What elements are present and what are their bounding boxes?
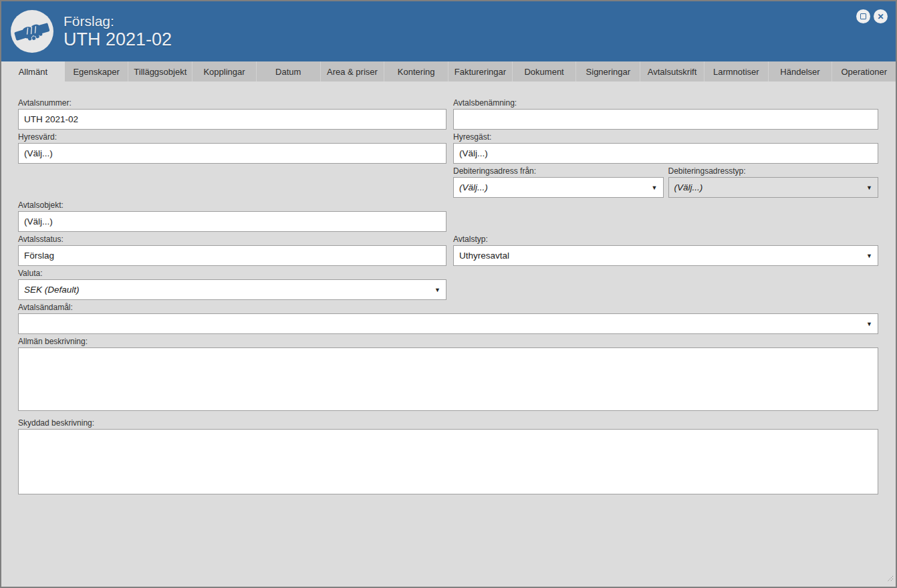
allman-beskrivning-label: Allmän beskrivning: (18, 337, 878, 346)
close-button[interactable]: ✕ (874, 9, 888, 23)
tab-allmant[interactable]: Allmänt (1, 61, 65, 82)
allman-beskrivning-textarea[interactable] (18, 347, 878, 411)
dropdown-arrow-icon: ▼ (866, 184, 872, 190)
dialog-titlebar: Förslag: UTH 2021-02 ✕ (1, 1, 896, 61)
maximize-icon (860, 13, 866, 19)
avtalsobjekt-label: Avtalsobjekt: (18, 200, 446, 210)
debiteringsadress-fran-label: Debiteringsadress från: (453, 166, 664, 176)
dropdown-arrow-icon: ▼ (866, 321, 872, 327)
avtalsandamal-label: Avtalsändamål: (18, 303, 878, 312)
dropdown-arrow-icon: ▼ (866, 253, 872, 259)
general-tab-panel: Avtalsnummer: Avtalsbenämning: Hyresvärd… (1, 82, 896, 494)
valuta-select[interactable]: SEK (Default) ▼ (18, 279, 446, 300)
tab-larmnotiser[interactable]: Larmnotiser (704, 61, 769, 82)
close-icon: ✕ (877, 13, 884, 21)
avtalstyp-value: Uthyresavtal (459, 251, 509, 261)
avtalstyp-label: Avtalstyp: (453, 235, 878, 244)
avtalsnummer-label: Avtalsnummer: (18, 98, 446, 108)
tab-handelser[interactable]: Händelser (769, 61, 833, 82)
skyddad-beskrivning-label: Skyddad beskrivning: (18, 418, 878, 428)
valuta-value: SEK (Default) (24, 285, 80, 295)
avtalsbenamning-input[interactable] (453, 109, 878, 130)
tab-signeringar[interactable]: Signeringar (576, 61, 640, 82)
tab-operationer[interactable]: Operationer (832, 61, 896, 82)
dialog-contract-number: UTH 2021-02 (63, 29, 172, 50)
avtalsnummer-input[interactable] (18, 109, 446, 130)
tab-tillaggsobjekt[interactable]: Tilläggsobjekt (128, 61, 193, 82)
debiteringsadress-fran-select[interactable]: (Välj...) ▼ (453, 177, 664, 198)
avtalsstatus-label: Avtalsstatus: (18, 235, 446, 244)
tab-avtalsutskrift[interactable]: Avtalsutskrift (640, 61, 704, 82)
tab-area-priser[interactable]: Area & priser (321, 61, 385, 82)
tab-dokument[interactable]: Dokument (513, 61, 577, 82)
tab-kontering[interactable]: Kontering (384, 61, 448, 82)
debiteringsadress-fran-value: (Välj...) (459, 182, 488, 192)
tab-datum[interactable]: Datum (257, 61, 321, 82)
maximize-button[interactable] (856, 9, 870, 23)
dialog-status-title: Förslag: (63, 13, 172, 29)
hyresvard-picker[interactable] (18, 143, 446, 164)
window-controls: ✕ (856, 9, 888, 23)
hyresvard-label: Hyresvärd: (18, 132, 446, 142)
skyddad-beskrivning-textarea[interactable] (18, 429, 878, 494)
tab-egenskaper[interactable]: Egenskaper (65, 61, 129, 82)
tab-bar: Allmänt Egenskaper Tilläggsobjekt Koppli… (1, 61, 896, 82)
avtalsbenamning-label: Avtalsbenämning: (453, 98, 878, 108)
avtalsobjekt-picker[interactable] (18, 211, 446, 232)
avtalstyp-select[interactable]: Uthyresavtal ▼ (453, 245, 878, 266)
avtalsandamal-select[interactable]: ▼ (18, 313, 878, 334)
valuta-label: Valuta: (18, 269, 446, 278)
hyresgast-label: Hyresgäst: (453, 132, 878, 142)
hyresgast-picker[interactable] (453, 143, 878, 164)
debiteringsadresstyp-label: Debiteringsadresstyp: (668, 166, 879, 176)
handshake-icon (11, 10, 53, 53)
debiteringsadresstyp-select: (Välj...) ▼ (668, 177, 879, 198)
dropdown-arrow-icon: ▼ (434, 287, 440, 293)
tab-kopplingar[interactable]: Kopplingar (193, 61, 257, 82)
tab-faktureringar[interactable]: Faktureringar (448, 61, 513, 82)
dropdown-arrow-icon: ▼ (652, 184, 658, 190)
contract-dialog-window: Förslag: UTH 2021-02 ✕ Allmänt Egenskape… (0, 0, 897, 588)
dialog-title: Förslag: UTH 2021-02 (63, 13, 172, 50)
avtalsstatus-input[interactable] (18, 245, 446, 266)
resize-grip-icon[interactable] (886, 573, 894, 585)
debiteringsadresstyp-value: (Välj...) (674, 182, 703, 192)
